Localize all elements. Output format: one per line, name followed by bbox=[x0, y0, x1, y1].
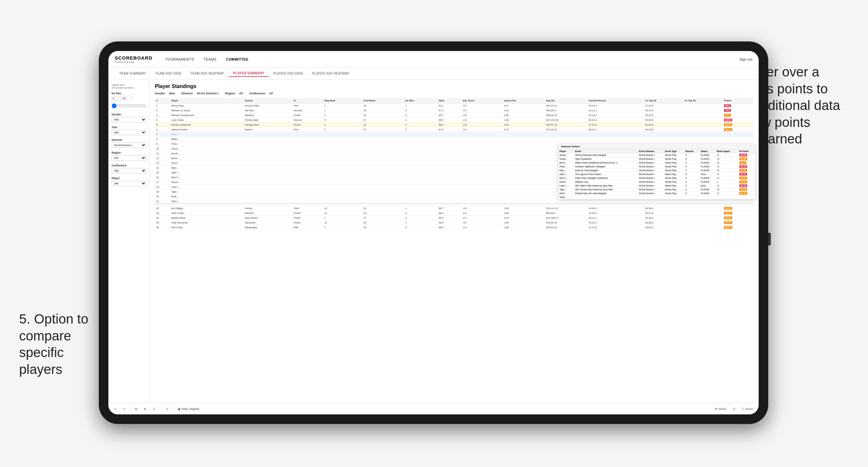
popup-row: Gordo... Tiger Invitational NCAA Divisio… bbox=[558, 157, 755, 161]
toolbar-clock[interactable]: ⊙ bbox=[164, 406, 170, 411]
toolbar-undo[interactable]: ↩ bbox=[112, 406, 119, 411]
popup-row: Teets... bbox=[558, 195, 755, 199]
table-row: 7 Nichi... bbox=[155, 132, 753, 137]
filter-gender: Gender: Men bbox=[155, 92, 175, 95]
top-navigation: SCOREBOARD Powered by clipp TOURNAMENTS … bbox=[108, 51, 759, 68]
tablet-side-button[interactable] bbox=[768, 233, 771, 245]
points-badge[interactable]: 76.2 bbox=[724, 109, 731, 112]
table-row: 26 Petr Hruby Washington Fifth 7 23 0 68… bbox=[155, 225, 753, 230]
sidebar-no-rds: No Rds. bbox=[112, 92, 146, 110]
points-badge[interactable]: 80.49 bbox=[724, 123, 732, 126]
toolbar-filter[interactable]: ⊞ bbox=[133, 406, 139, 411]
sub-nav-team-h2h-grid[interactable]: TEAM H2H GRID bbox=[151, 70, 186, 76]
col-points: Points bbox=[723, 98, 753, 103]
table-row: 6 Jackson Kohon Auburn First 2 27 2 87.5… bbox=[155, 127, 753, 132]
points-badge[interactable]: 70.2 bbox=[724, 114, 731, 117]
sidebar-no-rds-slider[interactable] bbox=[112, 103, 146, 108]
col-vs50: Vs Top 50 bbox=[683, 98, 723, 103]
popup-points[interactable]: 30.47 bbox=[739, 180, 747, 183]
sidebar-update-time: Update time: 27/01/2024 16:56:26 bbox=[112, 84, 146, 89]
popup-points[interactable]: 53.60 bbox=[739, 157, 747, 160]
toolbar-watch[interactable]: 👁 Watch bbox=[713, 406, 728, 411]
sidebar-conference-select[interactable]: (All) bbox=[112, 168, 146, 174]
annotation-left-text: 5. Option to compare specific players bbox=[19, 311, 88, 377]
sidebar-region-select[interactable]: N/A bbox=[112, 155, 146, 161]
popup-row: Luke I... SEC Match Play hosted by Jerry… bbox=[558, 184, 755, 188]
filter-row: Gender: Men Division: NCAA Division I Re… bbox=[155, 92, 753, 95]
col-adj-score: Adj. Score bbox=[461, 98, 503, 103]
tablet-screen: SCOREBOARD Powered by clipp TOURNAMENTS … bbox=[108, 51, 759, 414]
points-badge[interactable]: 60.58 bbox=[724, 207, 732, 210]
watch-eye-icon: 👁 bbox=[715, 407, 717, 411]
sidebar-year: Year (All) bbox=[112, 126, 146, 135]
popup-header-row: Player Event Event Division Event Type R… bbox=[558, 150, 755, 153]
popup-row: Jacob... UNCW Seahawk Intercollegiate NC… bbox=[558, 153, 755, 157]
nav-teams[interactable]: TEAMS bbox=[204, 56, 216, 62]
nav-tournaments[interactable]: TOURNAMENTS bbox=[165, 56, 194, 62]
toolbar-download[interactable]: ⊡ bbox=[731, 406, 737, 411]
table-row: 23 Jack Lundin Missouri Fourth 11 24 0 8… bbox=[155, 211, 753, 216]
sidebar-no-rds-inputs bbox=[112, 96, 146, 101]
sidebar-player: Player (All) bbox=[112, 177, 146, 186]
sidebar-no-rds-to[interactable] bbox=[122, 96, 132, 101]
sidebar-region: Region N/A bbox=[112, 151, 146, 161]
sub-nav-team-summary[interactable]: TEAM SUMMARY bbox=[115, 70, 151, 76]
standings-title: Player Standings bbox=[155, 84, 753, 89]
points-badge[interactable]: 60.02 bbox=[724, 216, 732, 219]
hover-popup-header: Jackson Kohon bbox=[558, 144, 755, 150]
popup-points[interactable]: 23.33 bbox=[739, 165, 747, 168]
sidebar: Update time: 27/01/2024 16:56:26 No Rds.… bbox=[108, 80, 150, 403]
sidebar-gender-select[interactable]: Men bbox=[112, 117, 146, 122]
toolbar-separator-3 bbox=[173, 406, 174, 411]
col-no-rds: No Rds. bbox=[404, 98, 438, 103]
col-school: School bbox=[244, 98, 292, 103]
popup-row: Tiger... SEC Stroke Play hosted by Jerry… bbox=[558, 188, 755, 192]
sub-nav-team-h2h-heatmap[interactable]: TEAM H2H HEATMAP bbox=[186, 70, 228, 76]
toolbar-view-original[interactable]: ◉ View: Original bbox=[176, 406, 201, 411]
toolbar-copy[interactable]: ⊕ bbox=[142, 406, 148, 411]
popup-points[interactable]: 16.50 bbox=[739, 177, 747, 180]
col-avg-par: Avg to-Par bbox=[503, 98, 545, 103]
table-row: 4 Luke Claton Florida State Second 5 27 … bbox=[155, 118, 753, 122]
col-overall: Overall Record bbox=[588, 98, 644, 103]
filter-division: Division: NCAA Division I bbox=[181, 92, 219, 95]
table-row: 24 Bastien Amat New Mexico Fourth 1 27 2… bbox=[155, 216, 753, 220]
sidebar-division: Division NCAA Division I bbox=[112, 138, 146, 148]
sub-nav-player-h2h-grid[interactable]: PLAYER H2H GRID bbox=[269, 70, 308, 76]
points-badge[interactable]: 68.18 bbox=[724, 128, 732, 131]
col-yr: Yr bbox=[292, 98, 323, 103]
points-badge[interactable]: 98.2 bbox=[724, 104, 731, 107]
sub-nav-player-h2h-heatmap[interactable]: PLAYER H2H HEATMAP bbox=[308, 70, 354, 76]
table-row: 25 Cole Sherwood Vanderbilt Fourth 12 23… bbox=[155, 220, 753, 225]
sign-out-button[interactable]: Sign out bbox=[740, 57, 752, 61]
logo-area: SCOREBOARD Powered by clipp bbox=[115, 55, 152, 63]
popup-points[interactable]: 24.11 bbox=[739, 173, 747, 176]
points-badge[interactable]: 60.27 bbox=[724, 212, 732, 215]
popup-row: Phich... Southern Highlands Collegiate N… bbox=[558, 165, 755, 168]
points-badge[interactable]: 88.54 bbox=[724, 119, 732, 121]
popup-points[interactable]: 25.38 bbox=[739, 184, 747, 187]
sidebar-division-select[interactable]: NCAA Division I bbox=[112, 143, 146, 148]
view-label: View: Original bbox=[181, 407, 199, 411]
col-player: Player bbox=[170, 98, 244, 103]
sidebar-year-select[interactable]: (All) bbox=[112, 130, 146, 135]
bottom-toolbar: ↩ ↪ ⊞ ⊕ ⊙ · ⊙ ◉ View: Original 👁 Watch bbox=[108, 403, 759, 414]
nav-committee[interactable]: COMMITTEE bbox=[226, 56, 249, 62]
col-conf-rank: Conf Rank bbox=[362, 98, 404, 103]
popup-points[interactable]: 56.18 bbox=[739, 188, 747, 191]
popup-points[interactable]: 66.40 bbox=[739, 192, 747, 195]
sidebar-no-rds-from[interactable] bbox=[112, 96, 121, 101]
popup-points[interactable]: 40.7 bbox=[739, 161, 746, 164]
sub-nav-player-summary[interactable]: PLAYER SUMMARY bbox=[228, 70, 269, 77]
points-badge[interactable]: 59.95 bbox=[724, 221, 732, 224]
sidebar-gender: Gender Men bbox=[112, 113, 146, 122]
points-badge[interactable]: 58.49 bbox=[724, 226, 732, 229]
annotation-left: 5. Option to compare specific players bbox=[19, 311, 108, 378]
toolbar-settings[interactable]: ⊙ · bbox=[151, 406, 159, 411]
popup-points[interactable]: 20.64 bbox=[739, 154, 747, 157]
toolbar-share[interactable]: ⬡ Share bbox=[740, 406, 755, 411]
popup-points[interactable]: 27.57 bbox=[739, 169, 747, 172]
col-reg-rank: Reg Rank bbox=[323, 98, 362, 103]
sidebar-player-select[interactable]: (All) bbox=[112, 181, 146, 186]
toolbar-redo[interactable]: ↪ bbox=[121, 406, 127, 411]
